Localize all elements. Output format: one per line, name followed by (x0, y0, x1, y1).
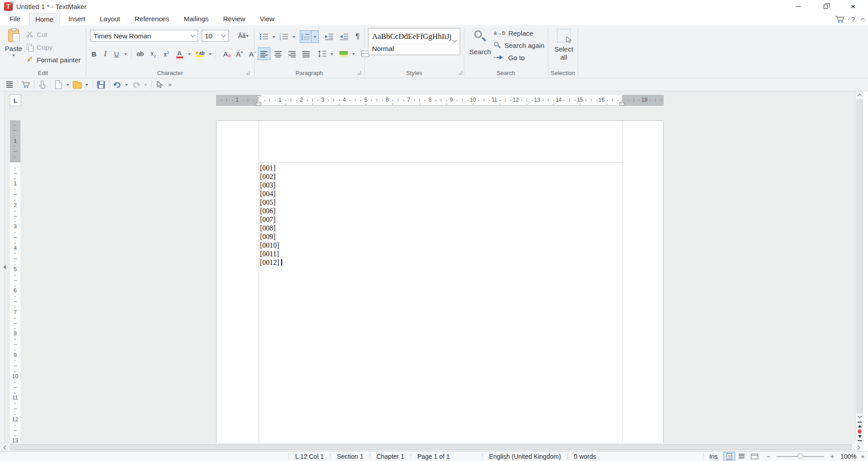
paste-button[interactable]: Paste (4, 28, 24, 72)
redo-dropdown[interactable] (143, 80, 148, 89)
search-button[interactable]: Search (468, 28, 492, 70)
horizontal-scrollbar[interactable] (0, 443, 863, 451)
shading-button[interactable] (338, 47, 349, 60)
font-color-dropdown[interactable] (187, 48, 192, 60)
bullet-list-dropdown[interactable] (272, 31, 276, 42)
open-file-button[interactable] (72, 80, 82, 89)
vertical-scrollbar-thumb[interactable] (857, 99, 863, 413)
close-button[interactable]: × (843, 0, 863, 13)
object-mode-pointer-icon[interactable] (155, 80, 165, 89)
style-gallery[interactable]: AaBbCcDdEeFfGgHhIiJj Normal (368, 28, 460, 55)
tab-mailings[interactable]: Mailings (178, 13, 214, 25)
decrease-indent-button[interactable] (338, 31, 350, 42)
minimize-button[interactable] (788, 0, 808, 13)
qat-more-button[interactable]: » (166, 80, 174, 89)
collapse-ribbon-icon[interactable] (861, 18, 865, 23)
menu-icon[interactable] (5, 80, 14, 89)
clear-formatting-button[interactable]: A (219, 48, 232, 60)
vertical-scrollbar[interactable] (855, 91, 863, 442)
list-toggle-button-active[interactable]: 1. (300, 30, 311, 43)
redo-button[interactable] (131, 80, 141, 89)
grow-font-button[interactable]: A+ (234, 48, 245, 60)
first-line-indent-marker[interactable] (256, 95, 261, 99)
left-indent-marker[interactable] (256, 101, 261, 106)
touch-mode-icon[interactable] (37, 80, 47, 89)
font-name-select[interactable]: Times New Roman (90, 30, 198, 42)
tab-type-selector[interactable]: L (9, 94, 21, 106)
change-case-button[interactable]: Āā (233, 30, 253, 42)
go-to-button[interactable]: Go to (494, 52, 525, 63)
increase-indent-button[interactable] (323, 31, 335, 42)
formatting-marks-button[interactable]: ¶ (354, 31, 362, 42)
tab-file[interactable]: File (4, 13, 26, 25)
zoom-slider-handle[interactable] (797, 453, 803, 459)
scroll-right-button[interactable] (854, 444, 862, 451)
tab-view[interactable]: View (254, 13, 280, 25)
status-chapter[interactable]: Chapter 1 (370, 453, 410, 460)
browse-object-button[interactable] (856, 428, 863, 435)
copy-button[interactable]: Copy (25, 42, 52, 52)
shading-dropdown[interactable] (351, 47, 356, 60)
italic-button[interactable]: I (101, 48, 110, 60)
select-all-button[interactable]: Select all (552, 28, 575, 71)
align-center-button[interactable] (272, 47, 284, 60)
superscript-button[interactable]: x2 (161, 48, 172, 60)
underline-dropdown[interactable] (123, 48, 128, 60)
search-again-button[interactable]: Search again (494, 40, 544, 51)
status-word-count[interactable]: 0 words (568, 453, 603, 460)
replace-button[interactable]: a→b Replace (494, 28, 533, 38)
numbered-list-dropdown[interactable] (292, 31, 296, 42)
right-indent-marker[interactable] (619, 101, 625, 106)
help-icon[interactable]: ? (851, 15, 855, 23)
zoom-out-button[interactable]: − (765, 453, 772, 460)
highlight-button[interactable]: ab (194, 48, 206, 60)
tab-layout[interactable]: Layout (94, 13, 126, 25)
document-page[interactable]: [001][002][003][004][005][006][007][008]… (216, 120, 664, 443)
undo-dropdown[interactable] (124, 80, 129, 89)
format-painter-button[interactable]: Format painter (25, 54, 81, 65)
cut-button[interactable]: Cut (25, 29, 47, 40)
new-document-dropdown[interactable] (65, 80, 71, 89)
font-size-select[interactable]: 10 (202, 30, 229, 42)
tab-home[interactable]: Home (29, 13, 60, 25)
page-view-button[interactable] (723, 452, 735, 461)
strikethrough-button[interactable]: ab (135, 48, 146, 60)
full-page-view-button[interactable] (749, 452, 760, 461)
new-document-button[interactable] (53, 80, 63, 89)
zoom-slider[interactable] (777, 456, 824, 457)
shop-cart-icon[interactable] (835, 15, 845, 23)
tab-references[interactable]: References (129, 13, 175, 25)
zoom-in-button[interactable]: + (829, 453, 836, 460)
underline-button[interactable]: U (112, 48, 121, 60)
continuous-view-button[interactable] (736, 452, 748, 461)
status-language[interactable]: English (United Kingdom) (483, 453, 567, 460)
tab-insert[interactable]: Insert (62, 13, 91, 25)
status-cursor-position[interactable]: L 12 Col 1 (289, 453, 330, 460)
scroll-down-button[interactable] (856, 413, 863, 420)
insert-mode-indicator[interactable]: Ins (704, 453, 723, 460)
chevron-down-icon[interactable] (453, 38, 457, 43)
list-toggle-dropdown[interactable] (311, 30, 319, 43)
statusbar-more-button[interactable]: » (861, 453, 865, 460)
align-left-button[interactable] (258, 47, 270, 60)
undo-button[interactable] (112, 80, 122, 89)
save-button[interactable] (96, 80, 106, 89)
document-text-area[interactable]: [001][002][003][004][005][006][007][008]… (260, 164, 282, 267)
line-spacing-dropdown[interactable] (330, 47, 334, 60)
font-color-button[interactable]: A (174, 48, 185, 60)
highlight-dropdown[interactable] (208, 48, 212, 60)
subscript-button[interactable]: x2 (148, 48, 159, 60)
next-page-button[interactable] (856, 435, 863, 442)
sidebar-splitter[interactable] (0, 91, 5, 443)
status-section[interactable]: Section 1 (330, 453, 369, 460)
bold-button[interactable]: B (90, 48, 99, 60)
justify-button[interactable] (300, 47, 312, 60)
tab-review[interactable]: Review (217, 13, 251, 25)
restore-button[interactable] (815, 0, 836, 13)
paste-dropdown[interactable] (12, 55, 15, 58)
bullet-list-button[interactable] (259, 31, 269, 42)
previous-page-button[interactable] (856, 421, 863, 428)
horizontal-scrollbar-thumb[interactable] (10, 444, 852, 450)
zoom-level[interactable]: 100% (836, 453, 861, 460)
align-right-button[interactable] (286, 47, 298, 60)
